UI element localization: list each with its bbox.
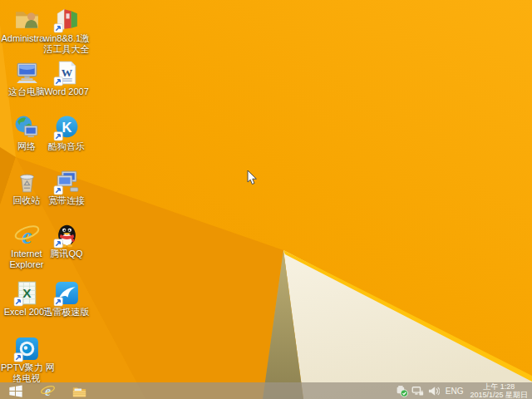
user-folder-icon	[13, 6, 41, 33]
desktop-icon-pptv[interactable]: PPTV聚力 网 络电视	[1, 335, 52, 384]
file-explorer-icon	[71, 384, 87, 398]
excel-spreadsheet-icon: X	[13, 279, 41, 307]
icon-label: PPTV聚力 网	[1, 362, 52, 373]
icon-label-line2: Explorer	[1, 259, 52, 270]
ie-icon: e	[13, 221, 41, 249]
svg-text:X: X	[22, 286, 32, 300]
taskbar-file-explorer-button[interactable]	[63, 382, 95, 399]
taskbar: e	[0, 382, 532, 399]
desktop-icon-tencent-qq[interactable]: 腾讯QQ	[41, 221, 92, 259]
icon-label: win8&8.1激	[41, 33, 92, 44]
icon-label: 酷狗音乐	[41, 141, 92, 152]
desktop-icon-word-2007[interactable]: W Word 2007	[41, 59, 92, 97]
safely-remove-hardware-icon[interactable]	[396, 385, 408, 397]
clock-date: 2015/1/25 星期日	[470, 391, 528, 399]
mouse-cursor	[247, 170, 258, 185]
desktop-icon-kugou-music[interactable]: K 酷狗音乐	[41, 114, 92, 152]
windows-logo-icon	[8, 384, 23, 398]
svg-text:W: W	[61, 66, 72, 79]
desktop-screen: Administra... win8&8.1激 活工具大全 这台电脑	[0, 0, 532, 399]
word-document-icon: W	[53, 59, 81, 86]
icon-label: 迅雷极速版	[41, 307, 92, 318]
svg-text:K: K	[62, 120, 71, 135]
network-tray-icon[interactable]	[411, 385, 424, 397]
start-button[interactable]	[0, 382, 32, 399]
desktop-icon-xunlei[interactable]: 迅雷极速版	[41, 279, 92, 318]
computer-icon	[13, 59, 41, 86]
software-box-icon	[53, 6, 81, 33]
icon-label: Word 2007	[41, 86, 92, 97]
language-indicator[interactable]: ENG	[446, 387, 464, 396]
icon-label-line2: 活工具大全	[41, 44, 92, 55]
tray-clock[interactable]: 上午 1:28 2015/1/25 星期日	[470, 382, 528, 399]
system-tray: ENG 上午 1:28 2015/1/25 星期日	[394, 382, 532, 399]
broadband-connection-icon	[53, 168, 81, 195]
kugou-k-icon: K	[53, 114, 81, 141]
icon-label: 腾讯QQ	[41, 249, 92, 259]
qq-penguin-icon	[53, 221, 81, 249]
desktop-icon-broadband-connection[interactable]: 宽带连接	[41, 168, 92, 206]
clock-time: 上午 1:28	[470, 382, 528, 391]
icon-label: 宽带连接	[41, 195, 92, 206]
ie-icon: e	[40, 383, 56, 399]
desktop-icon-win8-activation-tools[interactable]: win8&8.1激 活工具大全	[41, 6, 92, 55]
taskbar-ie-button[interactable]: e	[32, 382, 63, 399]
xunlei-bird-icon	[53, 279, 81, 307]
network-globe-icon	[13, 114, 41, 141]
recycle-bin-icon	[13, 168, 41, 195]
volume-icon[interactable]	[427, 385, 440, 397]
pptv-icon	[13, 335, 41, 362]
